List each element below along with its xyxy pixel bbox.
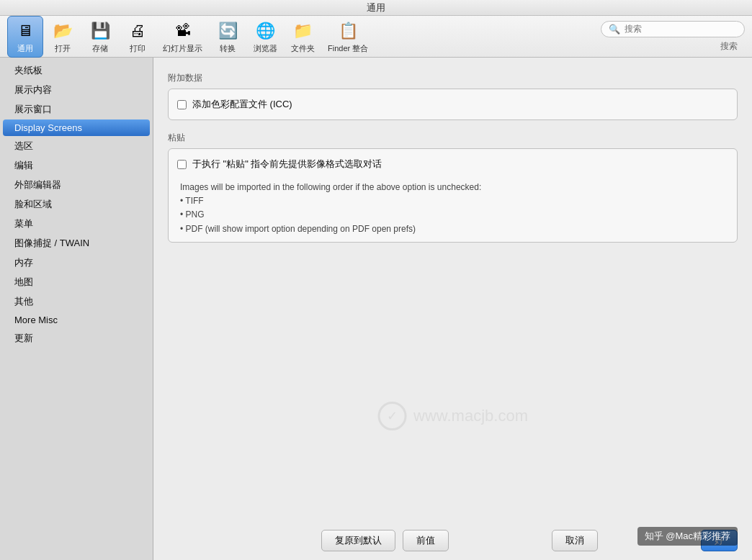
window-title: 通用 bbox=[367, 1, 385, 14]
slideshow-label: 幻灯片显示 bbox=[163, 43, 202, 54]
search-box[interactable]: 🔍 bbox=[601, 21, 745, 37]
toolbar-right: 🔍 搜索 bbox=[601, 21, 745, 53]
sidebar-item-展示窗口[interactable]: 展示窗口 bbox=[3, 100, 150, 119]
paste-info-tiff: • TIFF bbox=[180, 194, 725, 208]
sidebar-item-图像捕捉-/-twain[interactable]: 图像捕捉 / TWAIN bbox=[3, 234, 150, 253]
toolbar-items: 🖥 通用 📂 打开 💾 存储 🖨 打印 📽 幻灯片显示 🔄 转换 🌐 浏览器 📁… bbox=[7, 16, 601, 58]
general-icon: 🖥 bbox=[14, 19, 37, 42]
icc-checkbox[interactable] bbox=[177, 100, 187, 109]
attached-data-box: 添加色彩配置文件 (ICC) bbox=[168, 89, 738, 120]
toolbar-item-finder-integration[interactable]: 📋 Finder 整合 bbox=[322, 17, 374, 57]
watermark-text: www.macjb.com bbox=[413, 407, 528, 425]
sidebar-item-其他[interactable]: 其他 bbox=[3, 292, 150, 311]
sidebar: 夹纸板展示内容展示窗口Display Screens选区编辑外部编辑器脸和区域菜… bbox=[0, 58, 153, 560]
ok-button[interactable]: 好 bbox=[701, 530, 738, 551]
save-label: 存储 bbox=[92, 43, 108, 54]
finder-label: 文件夹 bbox=[291, 43, 315, 54]
watermark-icon: ✓ bbox=[377, 402, 406, 430]
bottom-bar: 复原到默认 前值 取消 好 bbox=[307, 521, 752, 560]
sidebar-item-夹纸板[interactable]: 夹纸板 bbox=[3, 61, 150, 80]
toolbar-item-slideshow[interactable]: 📽 幻灯片显示 bbox=[157, 17, 208, 57]
toolbar: 🖥 通用 📂 打开 💾 存储 🖨 打印 📽 幻灯片显示 🔄 转换 🌐 浏览器 📁… bbox=[0, 16, 752, 58]
search-label: 搜索 bbox=[720, 40, 738, 53]
paste-title: 粘贴 bbox=[168, 132, 738, 144]
finder-integration-label: Finder 整合 bbox=[328, 43, 368, 54]
title-bar: 通用 bbox=[0, 0, 752, 16]
paste-label[interactable]: 于执行 "粘贴" 指令前先提供影像格式选取对话 bbox=[192, 158, 382, 171]
finder-icon: 📁 bbox=[291, 19, 314, 42]
paste-info: Images will be imported in the following… bbox=[177, 181, 728, 236]
attached-data-section: 附加数据 添加色彩配置文件 (ICC) bbox=[168, 72, 738, 120]
search-icon: 🔍 bbox=[609, 24, 620, 35]
restore-default-button[interactable]: 复原到默认 bbox=[321, 530, 395, 551]
convert-icon: 🔄 bbox=[216, 19, 239, 42]
sidebar-item-菜单[interactable]: 菜单 bbox=[3, 214, 150, 233]
general-label: 通用 bbox=[17, 43, 33, 54]
print-icon: 🖨 bbox=[126, 19, 149, 42]
toolbar-item-browser[interactable]: 🌐 浏览器 bbox=[247, 17, 283, 57]
paste-checkbox-row: 于执行 "粘贴" 指令前先提供影像格式选取对话 bbox=[177, 155, 728, 173]
toolbar-item-finder[interactable]: 📁 文件夹 bbox=[285, 17, 321, 57]
paste-info-pdf: • PDF (will show import option depending… bbox=[180, 222, 725, 236]
content-panel: 附加数据 添加色彩配置文件 (ICC) 粘贴 于执行 "粘贴" 指令前先提供影像… bbox=[153, 58, 752, 560]
sidebar-item-地图[interactable]: 地图 bbox=[3, 273, 150, 292]
paste-checkbox[interactable] bbox=[177, 160, 187, 169]
browser-label: 浏览器 bbox=[254, 43, 277, 54]
paste-box: 于执行 "粘贴" 指令前先提供影像格式选取对话 Images will be i… bbox=[168, 148, 738, 243]
toolbar-item-general[interactable]: 🖥 通用 bbox=[7, 16, 43, 58]
finder-integration-icon: 📋 bbox=[336, 19, 359, 42]
icc-checkbox-row: 添加色彩配置文件 (ICC) bbox=[177, 95, 728, 114]
toolbar-item-open[interactable]: 📂 打开 bbox=[45, 17, 81, 57]
sidebar-item-内存[interactable]: 内存 bbox=[3, 253, 150, 272]
toolbar-item-convert[interactable]: 🔄 转换 bbox=[210, 17, 246, 57]
sidebar-item-编辑[interactable]: 编辑 bbox=[3, 156, 150, 175]
sidebar-item-更新[interactable]: 更新 bbox=[3, 329, 150, 348]
icc-label[interactable]: 添加色彩配置文件 (ICC) bbox=[192, 98, 292, 111]
save-icon: 💾 bbox=[89, 19, 112, 42]
watermark: ✓ www.macjb.com bbox=[377, 402, 528, 430]
previous-value-button[interactable]: 前值 bbox=[403, 530, 449, 551]
toolbar-item-print[interactable]: 🖨 打印 bbox=[120, 17, 156, 57]
search-input[interactable] bbox=[625, 24, 725, 34]
convert-label: 转换 bbox=[220, 43, 236, 54]
browser-icon: 🌐 bbox=[254, 19, 277, 42]
sidebar-item-more-misc[interactable]: More Misc bbox=[3, 312, 150, 328]
open-icon: 📂 bbox=[51, 19, 74, 42]
paste-info-png: • PNG bbox=[180, 208, 725, 222]
sidebar-item-脸和区域[interactable]: 脸和区域 bbox=[3, 195, 150, 214]
open-label: 打开 bbox=[55, 43, 71, 54]
cancel-button[interactable]: 取消 bbox=[552, 530, 598, 551]
attached-data-title: 附加数据 bbox=[168, 72, 738, 84]
sidebar-item-display-screens[interactable]: Display Screens bbox=[3, 119, 150, 136]
sidebar-item-选区[interactable]: 选区 bbox=[3, 137, 150, 155]
paste-section: 粘贴 于执行 "粘贴" 指令前先提供影像格式选取对话 Images will b… bbox=[168, 132, 738, 243]
slideshow-icon: 📽 bbox=[171, 19, 194, 42]
main-area: 夹纸板展示内容展示窗口Display Screens选区编辑外部编辑器脸和区域菜… bbox=[0, 58, 752, 560]
print-label: 打印 bbox=[130, 43, 146, 54]
toolbar-item-save[interactable]: 💾 存储 bbox=[82, 17, 118, 57]
paste-info-line1: Images will be imported in the following… bbox=[180, 181, 725, 194]
sidebar-item-展示内容[interactable]: 展示内容 bbox=[3, 81, 150, 99]
sidebar-item-外部编辑器[interactable]: 外部编辑器 bbox=[3, 176, 150, 194]
